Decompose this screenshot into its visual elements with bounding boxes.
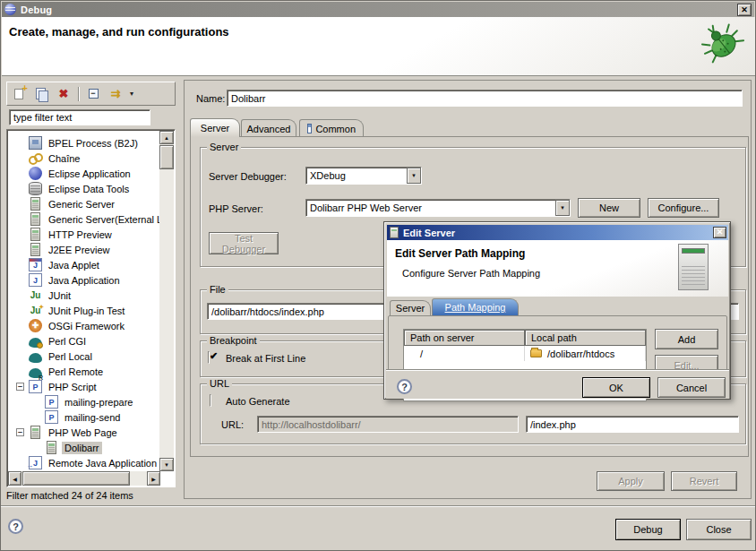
scroll-right-icon[interactable]: ▶ xyxy=(147,471,160,486)
tab-common[interactable]: Common xyxy=(299,119,364,137)
collapse-all-icon: − xyxy=(89,89,99,99)
server-debugger-select[interactable]: XDebug ▼ xyxy=(305,167,422,185)
window-titlebar[interactable]: Debug ✕ xyxy=(2,2,754,17)
tree-item[interactable]: − Eclipse Data Tools xyxy=(8,181,159,196)
auto-generate-label: Auto Generate xyxy=(226,396,290,407)
tree-item-icon xyxy=(29,182,42,195)
url-path-input[interactable] xyxy=(526,416,739,433)
test-debugger-button[interactable]: Test Debugger xyxy=(209,232,279,254)
file-group-title: File xyxy=(207,284,228,295)
tree-item[interactable]: − Chaîne xyxy=(8,151,159,166)
tree-toolbar: + ✖ − ⇉ ▾ xyxy=(6,82,176,106)
scroll-up-icon[interactable]: ▲ xyxy=(159,131,174,144)
dialog-tab-path-mapping[interactable]: Path Mapping xyxy=(432,298,519,315)
tree-item-icon: P xyxy=(45,410,58,424)
php-server-select[interactable]: Dolibarr PHP Web Server ▼ xyxy=(305,199,571,217)
tree-item-icon: P xyxy=(45,395,58,409)
debug-button[interactable]: Debug xyxy=(615,519,681,540)
filter-icon: ⇉ xyxy=(111,87,121,100)
help-icon[interactable]: ? xyxy=(397,379,412,394)
tree-item-label: mailing-send xyxy=(62,411,123,424)
filter-button[interactable]: ⇉ xyxy=(107,86,124,101)
ok-button[interactable]: OK xyxy=(582,377,650,398)
scroll-left-icon[interactable]: ◀ xyxy=(8,471,21,486)
dialog-close-button[interactable]: ✕ xyxy=(713,227,726,238)
add-mapping-button[interactable]: Add xyxy=(655,329,718,349)
type-filter-input[interactable] xyxy=(9,109,150,125)
tree-item[interactable]: − Perl Remote xyxy=(8,364,159,379)
close-button[interactable]: Close xyxy=(686,519,752,540)
configure-button[interactable]: Configure... xyxy=(648,198,719,218)
cancel-button[interactable]: Cancel xyxy=(657,377,726,398)
tree-item[interactable]: − Eclipse Application xyxy=(8,166,159,181)
tree-item-label: Perl CGI xyxy=(46,335,89,348)
tree-item[interactable]: − J Remote Java Application xyxy=(8,455,159,470)
edit-server-dialog: Edit Server ✕ Edit Server Path Mapping C… xyxy=(383,221,731,400)
tab-server[interactable]: Server xyxy=(190,118,240,137)
tree-item[interactable]: − J2EE Preview xyxy=(8,242,159,257)
delete-button[interactable]: ✖ xyxy=(56,86,72,101)
tree-rows: − BPEL Process (B2J) − Chaîne − Eclipse … xyxy=(8,135,159,470)
table-row[interactable]: / /dolibarr/htdocs xyxy=(404,346,646,361)
tree-item[interactable]: − P mailing-prepare xyxy=(8,394,159,409)
horizontal-scroll-thumb[interactable] xyxy=(22,471,130,486)
tree-item[interactable]: − J Java Application xyxy=(8,272,159,288)
filter-menu-caret-icon[interactable]: ▾ xyxy=(130,90,133,98)
eclipse-logo-icon xyxy=(4,4,16,15)
new-configuration-button[interactable]: + xyxy=(11,86,27,101)
tree-item[interactable]: − P PHP Script xyxy=(8,379,159,394)
tree-item[interactable]: − J Java Applet xyxy=(8,257,159,272)
tree-item-icon: J xyxy=(29,258,42,271)
help-icon[interactable]: ? xyxy=(8,519,23,534)
tree-item[interactable]: − Ju JUnit xyxy=(8,288,159,303)
tree-item[interactable]: − Ju JUnit Plug-in Test xyxy=(8,303,159,318)
tree-item-icon: Ju xyxy=(29,304,42,317)
url-base-input xyxy=(257,416,519,433)
tree-item[interactable]: − Perl Local xyxy=(8,349,159,364)
auto-generate-checkbox[interactable]: ✔ xyxy=(210,394,211,407)
tree-item-icon xyxy=(29,151,42,165)
tree-item[interactable]: − Perl CGI xyxy=(8,333,159,349)
name-input[interactable] xyxy=(227,90,743,107)
tree-item[interactable]: − PHP Web Page xyxy=(8,425,159,440)
tree-item-icon: ✚ xyxy=(29,319,42,332)
break-first-line-checkbox[interactable]: ✔ xyxy=(208,351,210,364)
tree-item-label: PHP Web Page xyxy=(46,426,120,439)
tree-item[interactable]: − P mailing-send xyxy=(8,409,159,425)
tab-advanced[interactable]: Advanced xyxy=(241,119,296,137)
collapse-all-button[interactable]: − xyxy=(85,86,101,101)
tree-expander-icon[interactable]: − xyxy=(16,383,24,391)
duplicate-button[interactable] xyxy=(33,86,49,101)
server-group-title: Server xyxy=(207,142,241,152)
chevron-down-icon[interactable]: ▼ xyxy=(555,200,570,216)
dialog-tab-server[interactable]: Server xyxy=(390,300,431,315)
tree-item[interactable]: − Generic Server xyxy=(8,196,159,211)
tree-expander-icon[interactable]: − xyxy=(16,428,24,436)
tree-item[interactable]: − Dolibarr xyxy=(8,440,159,455)
php-server-label: PHP Server: xyxy=(209,203,263,214)
tree-item-icon xyxy=(29,136,42,150)
tree-item[interactable]: − ✚ OSGi Framework xyxy=(8,318,159,333)
chevron-down-icon[interactable]: ▼ xyxy=(407,168,421,184)
edit-server-titlebar[interactable]: Edit Server ✕ xyxy=(387,225,728,240)
new-server-button[interactable]: New xyxy=(578,198,640,218)
column-local-path[interactable]: Local path xyxy=(525,330,646,346)
window-close-button[interactable]: ✕ xyxy=(737,4,752,16)
column-path-on-server[interactable]: Path on server xyxy=(404,330,525,346)
tree-item[interactable]: − HTTP Preview xyxy=(8,227,159,242)
configuration-tree[interactable]: − BPEL Process (B2J) − Chaîne − Eclipse … xyxy=(6,129,176,487)
vertical-scroll-thumb[interactable] xyxy=(159,145,174,169)
revert-button[interactable]: Revert xyxy=(671,471,737,491)
tree-vertical-scrollbar[interactable]: ▲ ▼ xyxy=(159,131,174,471)
apply-button[interactable]: Apply xyxy=(597,471,665,491)
tree-item-icon: P xyxy=(29,380,42,393)
tree-item[interactable]: − BPEL Process (B2J) xyxy=(8,135,159,151)
breakpoint-group-title: Breakpoint xyxy=(207,335,260,346)
tree-horizontal-scrollbar[interactable]: ◀ ▶ xyxy=(8,471,160,486)
tree-item-label: PHP Script xyxy=(46,381,99,393)
tree-item-label: J2EE Preview xyxy=(46,244,112,256)
tree-item-icon xyxy=(47,441,56,454)
scroll-down-icon[interactable]: ▼ xyxy=(159,458,174,471)
tree-item[interactable]: − Generic Server(External La xyxy=(8,211,159,227)
tree-item-icon xyxy=(30,212,40,226)
